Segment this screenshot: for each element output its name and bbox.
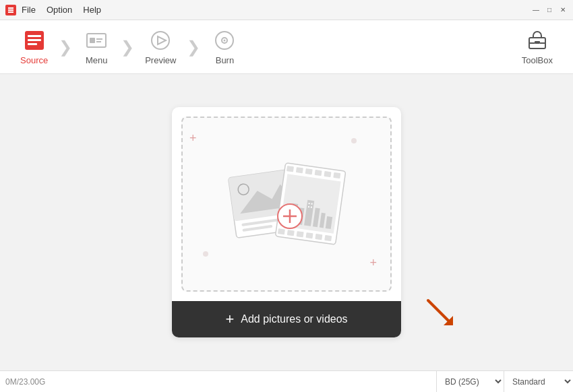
svg-rect-36 (306, 232, 313, 238)
svg-rect-6 (28, 43, 37, 45)
main-content: + + (0, 74, 573, 370)
toolbar-spacer (251, 20, 508, 73)
svg-rect-17 (535, 41, 540, 44)
svg-rect-38 (324, 234, 332, 240)
drop-zone[interactable]: + + (172, 107, 401, 337)
preview-label: Preview (145, 55, 176, 65)
standard-select[interactable]: Standard High Quality Ultra HD (504, 371, 573, 392)
svg-rect-34 (287, 230, 295, 236)
svg-rect-5 (28, 39, 41, 41)
svg-rect-50 (311, 206, 312, 207)
svg-rect-0 (8, 7, 13, 9)
circle-deco-2 (203, 251, 208, 257)
svg-rect-32 (333, 172, 340, 178)
status-standard-selector[interactable]: Standard High Quality Ultra HD (504, 371, 573, 392)
svg-point-15 (224, 40, 226, 42)
svg-rect-47 (308, 203, 309, 204)
menu-nav-icon (84, 28, 109, 53)
toolbox-label: ToolBox (522, 55, 553, 65)
minimize-button[interactable]: — (531, 5, 541, 15)
plus-deco-1: + (189, 131, 197, 145)
window-controls: — □ ✕ (531, 5, 568, 15)
svg-marker-12 (158, 36, 166, 44)
svg-rect-35 (297, 231, 304, 237)
status-progress: 0M/23.00G (0, 371, 437, 392)
status-bar: 0M/23.00G BD (25G) DVD (4.7G) DVD (8.5G)… (0, 370, 573, 392)
menu-file[interactable]: File (22, 5, 36, 15)
bd-select[interactable]: BD (25G) DVD (4.7G) DVD (8.5G) (437, 371, 504, 392)
plus-deco-2: + (369, 256, 377, 270)
burn-icon (212, 28, 237, 53)
drop-zone-area[interactable]: + + (181, 117, 392, 292)
toolbar-source[interactable]: Source (7, 20, 61, 73)
toolbox-icon (525, 28, 549, 53)
close-button[interactable]: ✕ (558, 5, 568, 15)
svg-rect-33 (278, 228, 285, 234)
toolbar-burn[interactable]: Burn (198, 20, 251, 73)
preview-icon (148, 28, 173, 53)
svg-rect-29 (305, 168, 313, 174)
circle-deco-1 (351, 138, 357, 143)
add-media-button[interactable]: + Add pictures or videos (172, 301, 401, 337)
svg-rect-28 (296, 167, 303, 173)
app-icon (5, 5, 16, 15)
svg-rect-1 (8, 9, 13, 11)
svg-rect-31 (324, 170, 331, 176)
toolbar: Source ❯ Menu ❯ Preview ❯ (0, 20, 573, 74)
toolbar-menu[interactable]: Menu (69, 20, 123, 73)
menu-option[interactable]: Option (47, 5, 72, 15)
menu-help[interactable]: Help (83, 5, 101, 15)
svg-rect-4 (28, 35, 41, 37)
illustration-svg (219, 152, 354, 257)
burn-label: Burn (216, 55, 234, 65)
source-icon (22, 28, 47, 53)
svg-rect-49 (308, 205, 309, 207)
toolbar-preview[interactable]: Preview (131, 20, 189, 73)
source-label: Source (20, 55, 48, 65)
toolbox-button[interactable]: ToolBox (508, 20, 566, 73)
svg-rect-2 (8, 11, 13, 13)
svg-rect-8 (90, 38, 95, 43)
arrow-indicator (425, 297, 458, 333)
svg-line-54 (428, 300, 452, 324)
menu-nav-label: Menu (86, 55, 108, 65)
status-bd-selector[interactable]: BD (25G) DVD (4.7G) DVD (8.5G) (437, 371, 504, 392)
progress-text: 0M/23.00G (5, 377, 45, 387)
svg-rect-48 (311, 203, 312, 204)
maximize-button[interactable]: □ (545, 5, 554, 15)
title-bar: File Option Help — □ ✕ (0, 0, 573, 20)
add-plus-icon: + (225, 312, 234, 327)
svg-rect-27 (286, 166, 294, 172)
svg-rect-30 (315, 169, 322, 175)
menu-bar: File Option Help (22, 5, 531, 15)
add-media-label: Add pictures or videos (241, 313, 347, 325)
svg-rect-37 (315, 233, 322, 239)
